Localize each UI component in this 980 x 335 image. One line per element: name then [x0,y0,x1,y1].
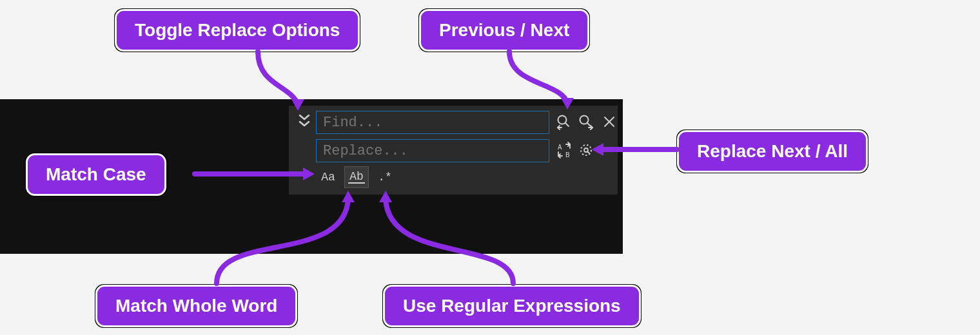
svg-marker-14 [592,143,603,156]
replace-next-icon: A B [556,142,573,158]
callout-toggle-replace-label: Toggle Replace Options [135,20,340,40]
svg-text:A: A [558,143,562,151]
svg-marker-13 [303,168,315,180]
double-chevron-down-icon [299,114,310,128]
find-previous-button[interactable] [554,112,574,131]
arrow-toggle-replace [251,46,309,114]
callout-prev-next-label: Previous / Next [439,20,569,40]
svg-text:B: B [565,151,570,158]
use-regex-toggle[interactable]: .* [373,166,397,188]
arrow-match-whole-word [204,187,365,290]
search-options-row: Aa Ab .* [316,166,397,188]
close-icon [603,115,616,128]
callout-match-case-label: Match Case [46,164,146,184]
arrow-replace-next-all [587,138,683,164]
callout-match-whole-word-label: Match Whole Word [115,296,277,316]
find-next-button[interactable] [576,112,596,131]
svg-marker-16 [379,191,392,202]
arrow-match-case [192,162,321,188]
search-previous-icon [556,113,573,130]
callout-toggle-replace: Toggle Replace Options [115,9,360,52]
svg-line-1 [565,123,569,126]
callout-replace-next-all-label: Replace Next / All [697,141,848,161]
close-button[interactable] [600,112,619,131]
find-replace-widget: A B Aa Ab .* [289,106,618,195]
match-case-label: Aa [321,171,335,184]
find-input[interactable] [316,111,549,134]
match-whole-word-label: Ab [348,171,365,184]
svg-marker-12 [561,98,574,110]
svg-marker-15 [342,191,355,202]
arrow-prev-next [496,46,580,114]
callout-match-case: Match Case [26,153,166,196]
replace-next-button[interactable]: A B [554,140,574,160]
match-whole-word-toggle[interactable]: Ab [344,166,369,188]
callout-use-regex: Use Regular Expressions [383,285,641,327]
callout-replace-next-all: Replace Next / All [677,130,868,173]
callout-use-regex-label: Use Regular Expressions [403,296,621,316]
arrow-use-regex [378,187,526,290]
regex-label: .* [378,171,392,184]
search-next-icon [578,113,594,130]
replace-input[interactable] [316,139,549,162]
svg-marker-11 [291,99,304,111]
callout-prev-next: Previous / Next [419,9,589,52]
callout-match-whole-word: Match Whole Word [95,285,297,327]
